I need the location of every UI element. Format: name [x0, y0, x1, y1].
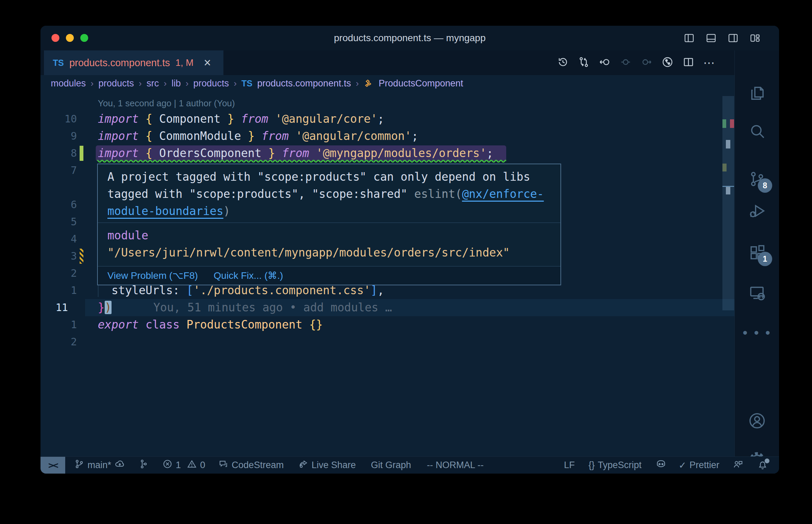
ruler-modified-mark [722, 164, 727, 171]
git-branch-status[interactable]: main* [74, 458, 125, 472]
account-icon[interactable] [747, 411, 767, 430]
warning-icon [187, 459, 197, 472]
prettier-status[interactable]: ✓ Prettier [678, 460, 719, 471]
breadcrumb-item[interactable]: src [147, 78, 159, 89]
code-line[interactable]: 8import { OrdersComponent } from '@mynga… [40, 145, 734, 162]
codestream-icon [218, 459, 229, 472]
line-number[interactable]: 7 [50, 162, 77, 179]
explorer-icon[interactable] [747, 84, 767, 103]
view-problem-action[interactable]: View Problem (⌥F8) [107, 270, 198, 281]
remote-indicator[interactable]: >< [40, 457, 65, 474]
line-number[interactable]: 6 [50, 196, 77, 213]
search-icon[interactable] [747, 121, 767, 141]
run-debug-icon[interactable] [747, 201, 767, 221]
feedback-status[interactable] [732, 458, 743, 472]
check-icon: ✓ [678, 460, 686, 471]
problems-status[interactable]: 1 0 [162, 459, 205, 472]
chevron-right-icon: › [234, 78, 237, 89]
tab-products-component[interactable]: TS products.component.ts 1, M × [44, 50, 223, 75]
tab-bar: TS products.component.ts 1, M × ⋯ [40, 50, 734, 75]
breadcrumb-file[interactable]: products.component.ts [257, 78, 351, 89]
line-number[interactable]: 2 [50, 265, 77, 282]
commit-graph-status[interactable] [138, 459, 149, 472]
chevron-right-icon: › [164, 78, 167, 89]
code-text: import { Component } from '@angular/core… [98, 110, 731, 128]
next-change-icon[interactable] [640, 56, 653, 70]
breadcrumb-item[interactable]: products [98, 78, 134, 89]
extensions-icon[interactable]: 1 [747, 243, 767, 262]
nx-enforce-module-boundaries-link[interactable]: module-boundaries [107, 204, 223, 218]
code-text: export class ProductsComponent {} [98, 316, 731, 333]
navigate-back-icon[interactable] [599, 56, 611, 70]
ts-file-icon: TS [53, 58, 64, 68]
toggle-secondary-sidebar-icon[interactable] [727, 33, 739, 44]
source-control-icon[interactable]: 8 [747, 169, 767, 189]
gutter-modified-marker [80, 249, 83, 264]
live-share-icon [298, 459, 309, 472]
line-number[interactable]: 10 [50, 110, 77, 128]
code-token: { [146, 146, 152, 160]
split-editor-icon[interactable] [682, 56, 695, 70]
line-number[interactable]: 3 [50, 248, 77, 265]
tooltip-text: A project tagged with "scope:products" c… [107, 170, 530, 183]
close-tab-icon[interactable]: × [204, 57, 211, 69]
quick-fix-action[interactable]: Quick Fix... (⌘.) [214, 270, 283, 281]
ts-file-icon: TS [242, 79, 253, 88]
previous-change-icon[interactable] [619, 56, 632, 70]
breadcrumb-item[interactable]: lib [172, 78, 181, 89]
tooltip-text: ) [223, 204, 230, 218]
code-token: Component [152, 112, 228, 126]
module-path: "/Users/juri/nrwl/content/myngapp/module… [107, 244, 551, 261]
remote-explorer-icon[interactable] [747, 283, 767, 302]
git-compare-icon[interactable] [578, 56, 590, 70]
notifications-status[interactable] [757, 460, 768, 471]
code-token: } [98, 301, 105, 314]
ruler-cursor-mark [726, 187, 730, 194]
code-line[interactable]: 9import { CommonModule } from '@angular/… [40, 128, 734, 145]
code-line[interactable]: 2 [40, 333, 734, 350]
code-token: import [98, 146, 139, 160]
error-count: 1 [176, 460, 181, 471]
code-token: styleUrls: [98, 284, 186, 297]
breadcrumb-symbol[interactable]: ProductsComponent [379, 78, 463, 89]
more-actions-icon[interactable]: ⋯ [703, 56, 716, 70]
code-line[interactable]: 11})You, 51 minutes ago • add modules … [40, 299, 734, 316]
chevron-right-icon: › [91, 78, 94, 89]
code-token: { [146, 112, 152, 126]
code-line[interactable]: 1export class ProductsComponent {} [40, 316, 734, 333]
code-line[interactable]: 10import { Component } from '@angular/co… [40, 110, 734, 128]
breadcrumb-item[interactable]: products [193, 78, 229, 89]
code-token: '@myngapp/modules/orders' [316, 146, 487, 160]
code-token: ProductsComponent [186, 318, 302, 331]
language-mode[interactable]: {} TypeScript [589, 460, 642, 471]
line-number[interactable]: 1 [50, 316, 77, 333]
line-number[interactable]: 11 [56, 299, 86, 316]
toggle-sidebar-icon[interactable] [683, 33, 695, 44]
copilot-status[interactable] [655, 458, 667, 472]
code-editor[interactable]: You, 1 second ago | 1 author (You)10impo… [40, 92, 734, 456]
line-number[interactable]: 8 [50, 145, 77, 162]
line-number[interactable]: 4 [50, 230, 77, 248]
line-number[interactable]: 2 [50, 333, 77, 350]
toggle-panel-icon[interactable] [705, 33, 717, 44]
codelens-blame[interactable]: You, 1 second ago | 1 author (You) [98, 98, 734, 110]
line-number[interactable]: 1 [50, 282, 77, 299]
breadcrumb-item[interactable]: modules [51, 78, 86, 89]
live-share-status[interactable]: Live Share [298, 459, 356, 472]
additional-views-icon[interactable]: • • • [747, 323, 767, 342]
customize-layout-icon[interactable] [749, 33, 761, 44]
timeline-history-icon[interactable] [557, 56, 569, 70]
codestream-status[interactable]: CodeStream [218, 459, 284, 472]
code-token: export [98, 318, 139, 331]
code-token [255, 129, 262, 143]
code-token: OrdersComponent [152, 146, 268, 160]
code-token [268, 112, 275, 126]
eol-indicator[interactable]: LF [564, 460, 575, 471]
git-branch-icon [74, 459, 84, 472]
line-number[interactable]: 5 [50, 213, 77, 230]
code-token: } [228, 112, 234, 126]
nx-enforce-module-boundaries-link[interactable]: @nx/enforce- [462, 187, 544, 201]
git-graph-status[interactable]: Git Graph [371, 460, 411, 471]
git-graph-run-icon[interactable] [661, 56, 674, 70]
line-number[interactable]: 9 [50, 128, 77, 145]
